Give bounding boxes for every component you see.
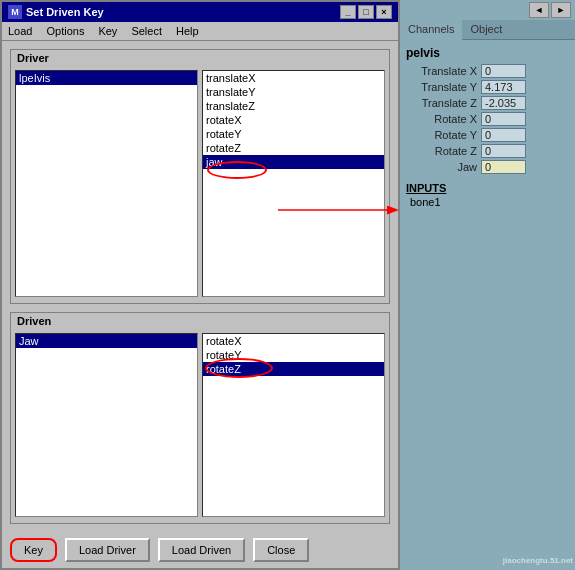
driven-left-item-0[interactable]: Jaw bbox=[16, 334, 197, 348]
inputs-title: INPUTS bbox=[406, 182, 569, 194]
menu-select[interactable]: Select bbox=[129, 24, 164, 38]
load-driven-button[interactable]: Load Driven bbox=[158, 538, 245, 562]
title-bar-left: M Set Driven Key bbox=[8, 5, 104, 19]
driven-section: Driven Jaw rotateX rotateY rotateZ bbox=[10, 312, 390, 524]
channel-label-translatez: Translate Z bbox=[406, 97, 481, 109]
driven-right-item-1[interactable]: rotateY bbox=[203, 348, 384, 362]
inputs-section: INPUTS bone1 bbox=[406, 182, 569, 208]
bottom-bar: Key Load Driver Load Driven Close bbox=[2, 532, 398, 568]
channel-row-rotatex: Rotate X 0 bbox=[406, 112, 569, 126]
driven-right-item-0[interactable]: rotateX bbox=[203, 334, 384, 348]
channel-label-rotatex: Rotate X bbox=[406, 113, 481, 125]
driver-body: lpeIvis translateX translateY translateZ… bbox=[11, 66, 389, 301]
inputs-item-bone1[interactable]: bone1 bbox=[406, 196, 569, 208]
menu-bar: Load Options Key Select Help bbox=[2, 22, 398, 41]
channel-value-translatey[interactable]: 4.173 bbox=[481, 80, 526, 94]
title-controls[interactable]: _ □ × bbox=[340, 5, 392, 19]
channel-label-jaw: Jaw bbox=[406, 161, 481, 173]
tab-object[interactable]: Object bbox=[462, 20, 510, 39]
driven-left-listbox[interactable]: Jaw bbox=[15, 333, 198, 517]
channel-value-rotatez[interactable]: 0 bbox=[481, 144, 526, 158]
driver-left-item-0[interactable]: lpeIvis bbox=[16, 71, 197, 85]
driver-right-item-2[interactable]: translateZ bbox=[203, 99, 384, 113]
menu-load[interactable]: Load bbox=[6, 24, 34, 38]
right-panel-content: pelvis Translate X 0 Translate Y 4.173 T… bbox=[400, 40, 575, 570]
content-area: Driver lpeIvis translateX translateY tra… bbox=[2, 41, 398, 532]
tab-channels[interactable]: Channels bbox=[400, 20, 462, 40]
channel-label-rotatey: Rotate Y bbox=[406, 129, 481, 141]
driver-right-item-4[interactable]: rotateY bbox=[203, 127, 384, 141]
channel-row-jaw: Jaw 0 bbox=[406, 160, 569, 174]
nav-next-button[interactable]: ► bbox=[551, 2, 571, 18]
channel-value-translatez[interactable]: -2.035 bbox=[481, 96, 526, 110]
main-window: M Set Driven Key _ □ × Load Options Key … bbox=[0, 0, 400, 570]
channel-value-jaw[interactable]: 0 bbox=[481, 160, 526, 174]
window-title: Set Driven Key bbox=[26, 6, 104, 18]
driver-title: Driver bbox=[11, 50, 389, 66]
right-panel: ◄ ► Channels Object pelvis Translate X 0… bbox=[400, 0, 575, 570]
driver-right-item-0[interactable]: translateX bbox=[203, 71, 384, 85]
load-driver-button[interactable]: Load Driver bbox=[65, 538, 150, 562]
channel-row-translatez: Translate Z -2.035 bbox=[406, 96, 569, 110]
app-icon: M bbox=[8, 5, 22, 19]
channel-label-rotatez: Rotate Z bbox=[406, 145, 481, 157]
driver-right-item-3[interactable]: rotateX bbox=[203, 113, 384, 127]
close-button[interactable]: × bbox=[376, 5, 392, 19]
channel-row-rotatey: Rotate Y 0 bbox=[406, 128, 569, 142]
driver-section: Driver lpeIvis translateX translateY tra… bbox=[10, 49, 390, 304]
right-panel-tabs: Channels Object bbox=[400, 20, 575, 40]
driver-right-item-5[interactable]: rotateZ bbox=[203, 141, 384, 155]
close-button-main[interactable]: Close bbox=[253, 538, 309, 562]
driven-title: Driven bbox=[11, 313, 389, 329]
channel-row-translatey: Translate Y 4.173 bbox=[406, 80, 569, 94]
channel-row-rotatez: Rotate Z 0 bbox=[406, 144, 569, 158]
menu-key[interactable]: Key bbox=[96, 24, 119, 38]
title-bar: M Set Driven Key _ □ × bbox=[2, 2, 398, 22]
channel-label-translatex: Translate X bbox=[406, 65, 481, 77]
object-name: pelvis bbox=[406, 46, 569, 60]
right-nav: ◄ ► bbox=[400, 0, 575, 20]
driver-right-item-1[interactable]: translateY bbox=[203, 85, 384, 99]
driver-left-listbox[interactable]: lpeIvis bbox=[15, 70, 198, 297]
nav-prev-button[interactable]: ◄ bbox=[529, 2, 549, 18]
driven-right-listbox[interactable]: rotateX rotateY rotateZ bbox=[202, 333, 385, 517]
menu-options[interactable]: Options bbox=[44, 24, 86, 38]
driven-body: Jaw rotateX rotateY rotateZ bbox=[11, 329, 389, 521]
menu-help[interactable]: Help bbox=[174, 24, 201, 38]
channel-value-rotatex[interactable]: 0 bbox=[481, 112, 526, 126]
maximize-button[interactable]: □ bbox=[358, 5, 374, 19]
key-button[interactable]: Key bbox=[10, 538, 57, 562]
watermark: jiaochengtu.51.net bbox=[503, 556, 573, 565]
channel-value-rotatey[interactable]: 0 bbox=[481, 128, 526, 142]
driven-right-item-2[interactable]: rotateZ bbox=[203, 362, 384, 376]
driver-right-item-6[interactable]: jaw bbox=[203, 155, 384, 169]
channel-row-translatex: Translate X 0 bbox=[406, 64, 569, 78]
driver-right-listbox[interactable]: translateX translateY translateZ rotateX… bbox=[202, 70, 385, 297]
channel-value-translatex[interactable]: 0 bbox=[481, 64, 526, 78]
minimize-button[interactable]: _ bbox=[340, 5, 356, 19]
channel-label-translatey: Translate Y bbox=[406, 81, 481, 93]
